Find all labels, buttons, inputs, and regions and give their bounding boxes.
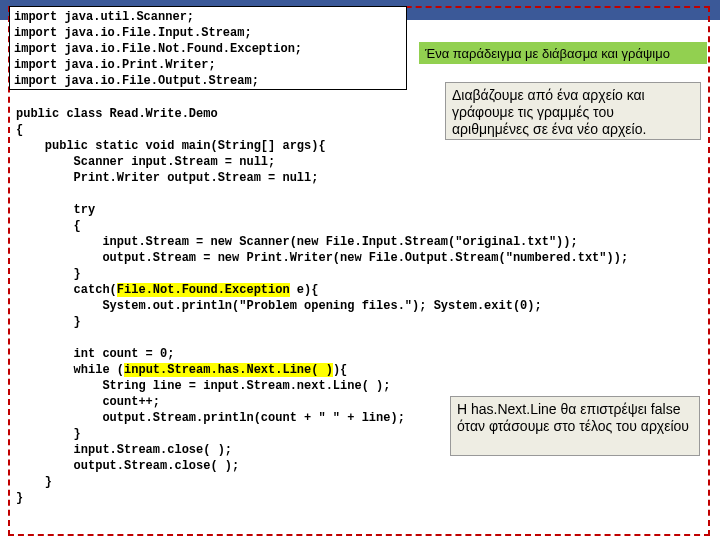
imports-box: import java.util.Scanner; import java.io… bbox=[9, 6, 407, 90]
example-title-box: Ένα παράδειγμα με διάβασμα και γράψιμο bbox=[419, 42, 707, 64]
code-highlight-1: File.Not.Found.Exception bbox=[117, 283, 290, 297]
description-box: Διαβάζουμε από ένα αρχείο και γράφουμε τ… bbox=[445, 82, 701, 140]
description-text: Διαβάζουμε από ένα αρχείο και γράφουμε τ… bbox=[452, 87, 646, 137]
code-highlight-2: input.Stream.has.Next.Line( ) bbox=[124, 363, 333, 377]
note-box: H has.Next.Line θα επιστρέψει false όταν… bbox=[450, 396, 700, 456]
example-title-text: Ένα παράδειγμα με διάβασμα και γράψιμο bbox=[425, 46, 670, 61]
note-text: H has.Next.Line θα επιστρέψει false όταν… bbox=[457, 401, 689, 434]
code-text-3: ){ String line = input.Stream.next.Line(… bbox=[16, 363, 405, 505]
